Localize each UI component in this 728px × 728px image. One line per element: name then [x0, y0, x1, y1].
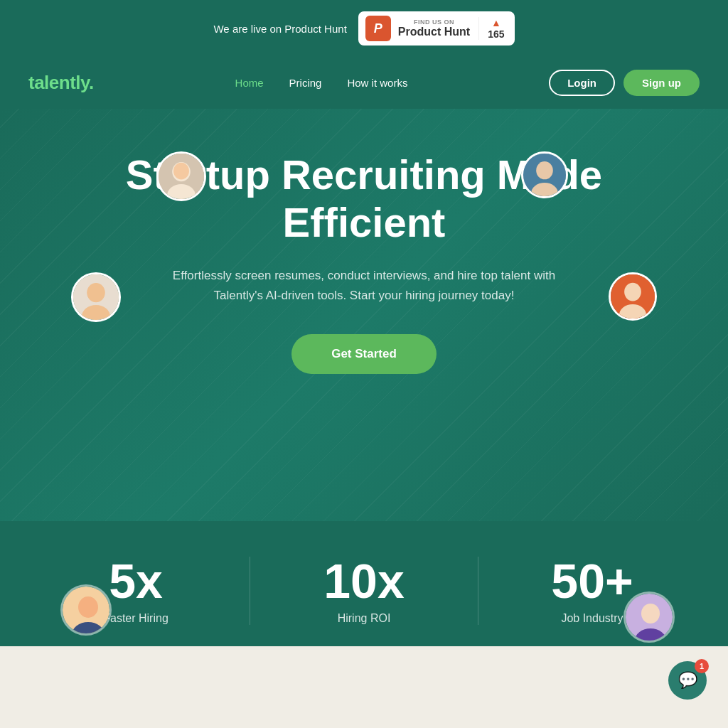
stat-divider-2 [478, 557, 478, 625]
stat-hiring-roi: 10x Hiring ROI [264, 557, 464, 625]
ph-find-label: FIND US ON [398, 18, 470, 26]
stat-avatar-right [623, 592, 675, 643]
avatar-top-left [156, 151, 206, 201]
hero-subtitle: Effortlessly screen resumes, conduct int… [158, 266, 570, 306]
product-hunt-link[interactable]: P FIND US ON Product Hunt ▲ 165 [358, 11, 515, 46]
navbar: talently. Home Pricing How it works Logi… [0, 57, 728, 109]
chat-widget: 💬 1 [668, 661, 707, 700]
nav-home[interactable]: Home [235, 77, 264, 89]
avatar-top-right [521, 151, 568, 198]
stat-avatar-left [60, 584, 112, 636]
svg-point-8 [87, 283, 105, 302]
chat-icon: 💬 [678, 671, 697, 690]
chat-button[interactable]: 💬 1 [668, 661, 707, 700]
nav-pricing[interactable]: Pricing [289, 77, 322, 89]
ph-upvote: ▲ 165 [478, 17, 504, 40]
bottom-section [0, 675, 728, 728]
ph-count: 165 [488, 28, 504, 40]
ph-logo: P [365, 16, 391, 41]
signup-button[interactable]: Sign up [623, 70, 700, 96]
logo: talently. [28, 72, 94, 94]
nav-links: Home Pricing How it works [235, 77, 408, 89]
avatar-mid-right [609, 272, 657, 321]
nav-actions: Login Sign up [549, 70, 700, 96]
get-started-button[interactable]: Get Started [291, 334, 437, 374]
nav-how-it-works[interactable]: How it works [347, 77, 407, 89]
stat-label-1: Hiring ROI [264, 612, 464, 625]
ph-arrow-icon: ▲ [491, 17, 501, 28]
stats-section: 5x Faster Hiring 10x Hiring ROI 50+ Job … [0, 521, 728, 675]
svg-point-14 [78, 596, 98, 618]
stat-value-1: 10x [264, 557, 464, 605]
avatar-mid-left [71, 272, 121, 322]
svg-point-11 [624, 283, 641, 301]
ph-name-label: Product Hunt [398, 26, 470, 38]
chat-badge: 1 [695, 659, 709, 673]
hero-section: Startup Recruiting Made Efficient Effort… [0, 109, 728, 521]
stat-divider-1 [250, 557, 250, 625]
top-banner: We are live on Product Hunt P FIND US ON… [0, 0, 728, 57]
ph-text: FIND US ON Product Hunt [398, 18, 470, 38]
banner-text: We are live on Product Hunt [213, 23, 346, 35]
login-button[interactable]: Login [549, 70, 615, 96]
svg-point-17 [641, 604, 660, 623]
svg-point-3 [173, 163, 189, 180]
svg-point-5 [536, 161, 553, 179]
